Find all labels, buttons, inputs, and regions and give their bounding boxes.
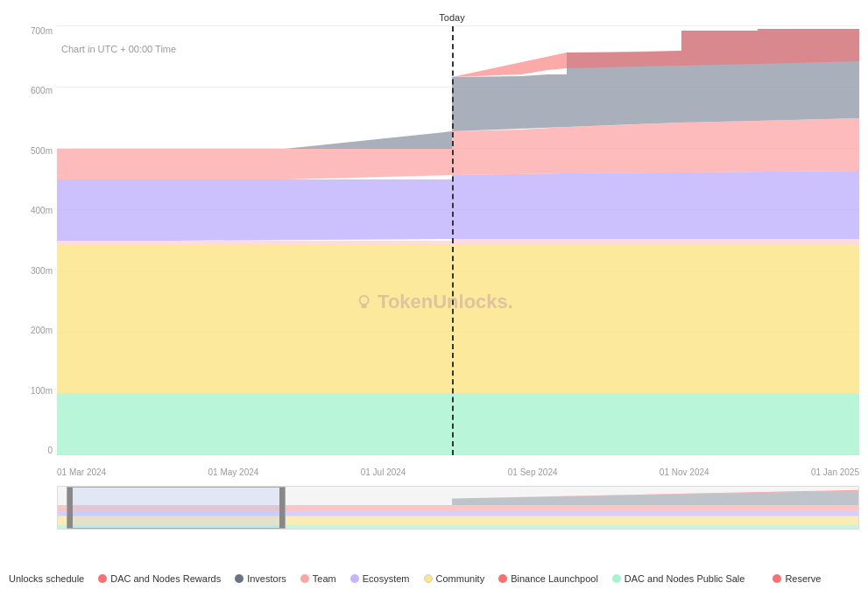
today-line <box>452 26 454 455</box>
x-label-sep: 01 Sep 2024 <box>508 467 558 477</box>
legend-dot-reserve <box>773 574 781 583</box>
area-ecosystem <box>57 171 859 241</box>
legend-dac-public: DAC and Nodes Public Sale <box>612 573 745 584</box>
legend-label-team: Team <box>313 573 336 584</box>
area-community <box>57 245 859 394</box>
today-label: Today <box>439 12 464 23</box>
x-label-mar: 01 Mar 2024 <box>57 467 106 477</box>
x-label-jul: 01 Jul 2024 <box>361 467 406 477</box>
navigator-handle-right[interactable] <box>279 488 285 528</box>
area-dac-public-sale <box>57 394 859 455</box>
legend-dot-community <box>424 574 433 583</box>
x-label-jan: 01 Jan 2025 <box>811 467 859 477</box>
legend-team: Team <box>300 573 336 584</box>
chart-container: Today Chart in UTC + 00:00 Time 0 100m 2… <box>0 0 868 604</box>
chart-svg <box>57 26 859 455</box>
legend-label-reserve: Reserve <box>785 573 821 584</box>
legend-dot-team <box>300 574 309 583</box>
legend-label-ecosystem: Ecosystem <box>363 573 410 584</box>
legend-label-dac-rewards: DAC and Nodes Rewards <box>110 573 221 584</box>
y-label-600: 600m <box>9 86 53 95</box>
y-label-300: 300m <box>9 266 53 276</box>
y-axis: 0 100m 200m 300m 400m 500m 600m 700m <box>9 26 53 455</box>
navigator-selection[interactable] <box>67 487 286 529</box>
x-axis: 01 Mar 2024 01 May 2024 01 Jul 2024 01 S… <box>57 467 859 477</box>
x-label-nov: 01 Nov 2024 <box>660 467 709 477</box>
legend-label-investors: Investors <box>247 573 286 584</box>
legend-title: Unlocks schedule <box>9 573 84 584</box>
legend-label-community: Community <box>436 573 485 584</box>
y-label-400: 400m <box>9 206 53 215</box>
y-label-700: 700m <box>9 26 53 36</box>
legend-dac-rewards: DAC and Nodes Rewards <box>98 573 221 584</box>
navigator[interactable] <box>57 486 859 530</box>
y-label-100: 100m <box>9 386 53 396</box>
legend-community: Community <box>424 573 485 584</box>
legend-dot-binance <box>498 574 507 583</box>
legend-label-dac-public: DAC and Nodes Public Sale <box>625 573 745 584</box>
legend: Unlocks schedule DAC and Nodes Rewards I… <box>9 571 859 586</box>
legend-dot-dac-public <box>612 574 621 583</box>
y-label-0: 0 <box>9 446 53 455</box>
legend-dot-investors <box>235 574 243 583</box>
legend-ecosystem: Ecosystem <box>350 573 410 584</box>
x-label-may: 01 May 2024 <box>208 467 259 477</box>
y-label-200: 200m <box>9 326 53 335</box>
legend-reserve: Reserve <box>773 573 821 584</box>
legend-binance: Binance Launchpool <box>498 573 598 584</box>
y-label-500: 500m <box>9 146 53 156</box>
legend-label-binance: Binance Launchpool <box>511 573 598 584</box>
navigator-handle-left[interactable] <box>67 488 73 528</box>
legend-dot-ecosystem <box>350 574 359 583</box>
legend-dot-dac-rewards <box>98 574 107 583</box>
legend-investors: Investors <box>235 573 286 584</box>
